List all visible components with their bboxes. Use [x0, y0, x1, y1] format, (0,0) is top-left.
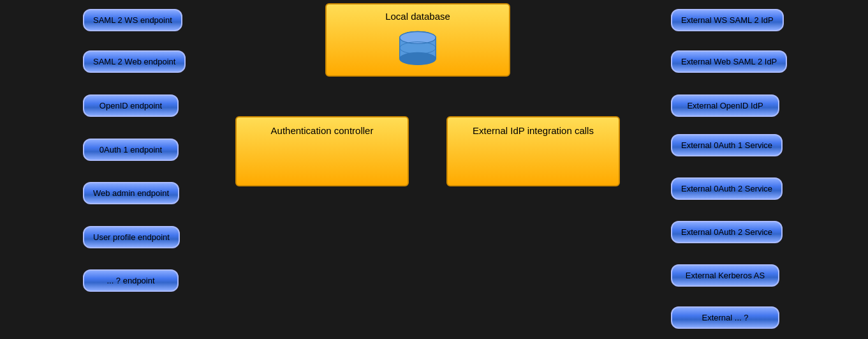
saml2-ws-endpoint-button[interactable]: SAML 2 WS endpoint [83, 9, 182, 31]
database-icon [395, 27, 440, 69]
external-idp-box: External IdP integration calls [446, 116, 620, 186]
ext-web-saml2-button[interactable]: External Web SAML 2 IdP [671, 50, 787, 73]
ext-oauth2a-button[interactable]: External 0Auth 2 Service [671, 177, 783, 200]
ext-ws-saml2-button[interactable]: External WS SAML 2 IdP [671, 9, 784, 31]
saml2-web-endpoint-button[interactable]: SAML 2 Web endpoint [83, 50, 186, 73]
ext-other-button[interactable]: External ... ? [671, 306, 779, 329]
diagram-container: SAML 2 WS endpoint SAML 2 Web endpoint O… [0, 0, 868, 339]
authentication-controller-label: Authentication controller [271, 125, 374, 136]
web-admin-endpoint-button[interactable]: Web admin endpoint [83, 182, 179, 204]
oauth1-endpoint-button[interactable]: 0Auth 1 endpoint [83, 139, 179, 161]
openid-endpoint-button[interactable]: OpenID endpoint [83, 94, 179, 117]
local-database-label: Local database [385, 11, 450, 22]
user-profile-endpoint-button[interactable]: User profile endpoint [83, 226, 180, 248]
authentication-controller-box: Authentication controller [235, 116, 409, 186]
ext-oauth2b-button[interactable]: External 0Auth 2 Service [671, 221, 783, 243]
ext-kerberos-button[interactable]: External Kerberos AS [671, 264, 779, 287]
ext-oauth1-button[interactable]: External 0Auth 1 Service [671, 134, 783, 156]
ext-openid-button[interactable]: External OpenID IdP [671, 94, 779, 117]
other-endpoint-button[interactable]: ... ? endpoint [83, 269, 179, 292]
local-database-box: Local database [325, 3, 510, 77]
svg-point-2 [400, 53, 436, 65]
external-idp-label: External IdP integration calls [473, 125, 594, 136]
